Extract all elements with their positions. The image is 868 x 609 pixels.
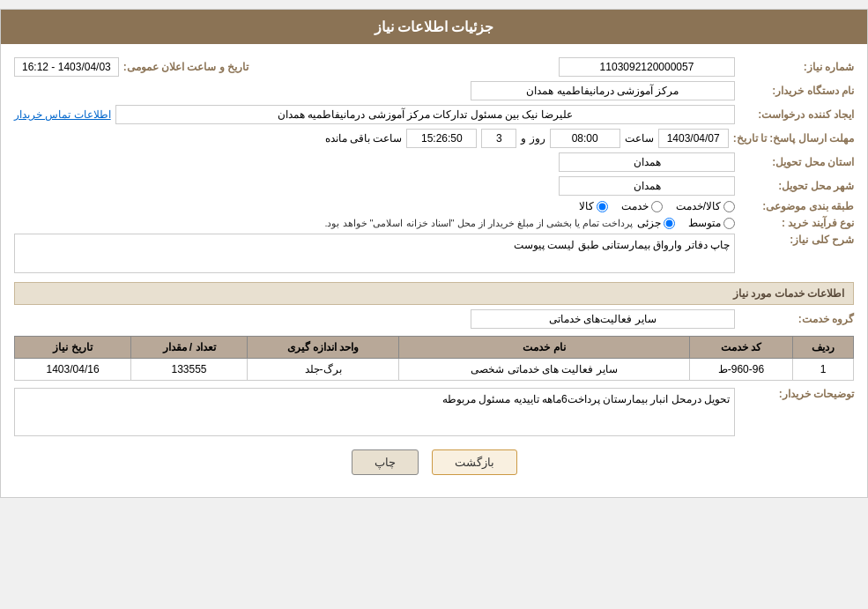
table-row: 1960-96-طسایر فعالیت های خدماتی شخصیبرگ-… bbox=[15, 359, 854, 381]
purchase-radio-jozii[interactable] bbox=[664, 218, 675, 229]
table-cell: 960-96-ط bbox=[689, 359, 793, 381]
purchase-type-label: نوع فرآیند خرید : bbox=[739, 217, 854, 229]
purchase-label-jozii: جزئی bbox=[637, 217, 661, 229]
category-label: طبقه بندی موضوعی: bbox=[739, 200, 854, 212]
creator-label: ایجاد کننده درخواست: bbox=[739, 108, 854, 121]
category-radio-kala[interactable] bbox=[597, 201, 608, 212]
purchase-type-radio-group: متوسط جزئی bbox=[637, 217, 735, 229]
deadline-date: 1403/04/07 bbox=[658, 129, 729, 148]
table-cell: 1 bbox=[793, 359, 854, 381]
table-cell: برگ-جلد bbox=[247, 359, 398, 381]
need-number-label: شماره نیاز: bbox=[739, 61, 854, 73]
deadline-remaining: 15:26:50 bbox=[406, 129, 477, 148]
table-cell: 1403/04/16 bbox=[15, 359, 131, 381]
city-value: همدان bbox=[559, 176, 735, 196]
announce-label: تاریخ و ساعت اعلان عمومی: bbox=[123, 61, 249, 73]
category-label-kala: کالا bbox=[579, 200, 594, 212]
province-label: استان محل تحویل: bbox=[739, 156, 854, 168]
purchase-option-motavasset[interactable]: متوسط bbox=[688, 217, 735, 229]
deadline-days: 3 bbox=[481, 129, 516, 148]
category-radio-group: کالا/خدمت خدمت کالا bbox=[579, 200, 735, 212]
purchase-label-motavasset: متوسط bbox=[688, 217, 721, 229]
service-group-label: گروه خدمت: bbox=[739, 313, 854, 325]
deadline-day-label: روز و bbox=[521, 132, 545, 145]
page-title: جزئیات اطلاعات نیاز bbox=[1, 10, 867, 44]
category-option-khedmat[interactable]: خدمت bbox=[621, 200, 663, 212]
buyer-description-textarea[interactable] bbox=[14, 388, 735, 436]
service-group-value: سایر فعالیت‌های خدماتی bbox=[471, 309, 735, 329]
purchase-option-jozii[interactable]: جزئی bbox=[637, 217, 675, 229]
col-row-num: ردیف bbox=[793, 337, 854, 359]
category-radio-kala-khedmat[interactable] bbox=[723, 201, 735, 212]
province-value: همدان bbox=[559, 152, 735, 172]
purchase-radio-motavasset[interactable] bbox=[723, 218, 735, 229]
category-option-kala[interactable]: کالا bbox=[579, 200, 608, 212]
category-label-kala-khedmat: کالا/خدمت bbox=[676, 200, 721, 212]
col-code: کد خدمت bbox=[689, 337, 793, 359]
creator-value: علیرضا نیک بین مسئول تدارکات مرکز آموزشی… bbox=[115, 105, 735, 124]
need-desc-value: چاپ دفاتر وارواق بیمارستانی طبق لیست پیو… bbox=[14, 234, 735, 273]
buyer-org-label: نام دستگاه خریدار: bbox=[739, 85, 854, 97]
category-option-kala-khedmat[interactable]: کالا/خدمت bbox=[676, 200, 735, 212]
deadline-time-label: ساعت bbox=[625, 132, 654, 145]
back-button[interactable]: بازگشت bbox=[432, 449, 517, 475]
col-unit: واحد اندازه گیری bbox=[247, 337, 398, 359]
deadline-label: مهلت ارسال پاسخ: تا تاریخ: bbox=[733, 132, 854, 145]
table-cell: 133555 bbox=[131, 359, 248, 381]
buyer-description-label: توضیحات خریدار: bbox=[739, 388, 854, 400]
services-section-header: اطلاعات خدمات مورد نیاز bbox=[14, 282, 854, 305]
col-quantity: تعداد / مقدار bbox=[131, 337, 248, 359]
col-name: نام خدمت bbox=[399, 337, 689, 359]
city-label: شهر محل تحویل: bbox=[739, 180, 854, 192]
announce-value: 1403/04/03 - 16:12 bbox=[14, 57, 119, 77]
table-cell: سایر فعالیت های خدماتی شخصی bbox=[399, 359, 689, 381]
purchase-note: پرداخت تمام یا بخشی از مبلغ خریدار از مح… bbox=[14, 218, 633, 229]
creator-contact-link[interactable]: اطلاعات تماس خریدار bbox=[14, 108, 111, 121]
button-row: بازگشت چاپ bbox=[14, 449, 854, 475]
buyer-org-value: مرکز آموزشی درمانیفاطمیه همدان bbox=[471, 81, 735, 100]
need-number-value: 1103092120000057 bbox=[559, 57, 735, 77]
col-date: تاریخ نیاز bbox=[15, 337, 131, 359]
services-table: ردیف کد خدمت نام خدمت واحد اندازه گیری ت… bbox=[14, 336, 854, 381]
print-button[interactable]: چاپ bbox=[352, 449, 419, 475]
deadline-time: 08:00 bbox=[550, 129, 620, 148]
need-desc-label: شرح کلی نیاز: bbox=[739, 234, 854, 246]
category-label-khedmat: خدمت bbox=[621, 200, 649, 212]
deadline-remaining-label: ساعت باقی مانده bbox=[325, 132, 403, 145]
category-radio-khedmat[interactable] bbox=[651, 201, 663, 212]
